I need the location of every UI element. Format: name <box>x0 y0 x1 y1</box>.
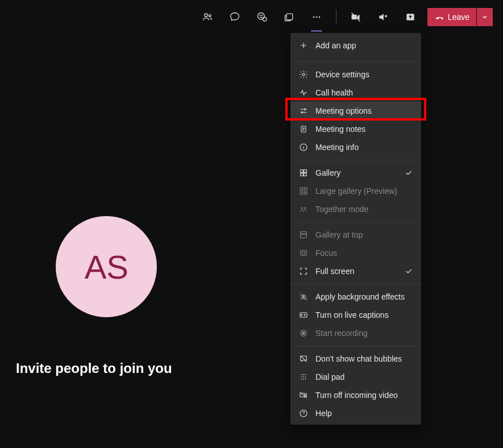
leave-caret-button[interactable] <box>477 8 493 26</box>
menu-meeting-options[interactable]: Meeting options <box>290 102 421 120</box>
avatar-initials: AS <box>85 248 128 286</box>
svg-point-22 <box>301 208 303 209</box>
leave-label: Leave <box>448 13 469 22</box>
svg-rect-24 <box>301 232 307 234</box>
svg-point-33 <box>301 374 302 375</box>
background-icon <box>298 292 309 301</box>
reactions-icon[interactable] <box>248 7 276 27</box>
menu-label: Add an app <box>315 41 356 50</box>
speaker-icon[interactable] <box>369 7 397 27</box>
menu-chat-bubbles[interactable]: Don't show chat bubbles <box>290 350 421 368</box>
more-actions-icon[interactable] <box>303 7 330 27</box>
menu-label: Full screen <box>315 267 354 276</box>
menu-separator <box>290 61 421 62</box>
svg-rect-27 <box>302 252 305 254</box>
invite-heading: Invite people to join you <box>16 360 172 376</box>
svg-point-0 <box>205 14 207 16</box>
menu-live-captions[interactable]: Turn on live captions <box>290 306 421 324</box>
fullscreen-icon <box>298 267 309 276</box>
menu-label: Gallery at top <box>315 230 363 239</box>
menu-help[interactable]: Help <box>290 404 421 422</box>
leave-button-group: Leave <box>427 8 493 26</box>
menu-label: Don't show chat bubbles <box>315 354 402 363</box>
menu-incoming-video[interactable]: Turn off incoming video <box>290 386 421 404</box>
menu-background-effects[interactable]: Apply background effects <box>290 288 421 306</box>
more-actions-menu: Add an app Device settings Call health M… <box>290 33 421 425</box>
svg-point-23 <box>304 208 306 209</box>
leave-button[interactable]: Leave <box>427 8 476 26</box>
menu-meeting-info[interactable]: Meeting info <box>290 138 421 156</box>
svg-point-13 <box>304 109 306 110</box>
menu-separator <box>290 284 421 284</box>
svg-point-1 <box>209 15 211 17</box>
menu-large-gallery: Large gallery (Preview) <box>290 182 421 200</box>
sliders-icon <box>298 106 309 115</box>
meeting-toolbar: Leave <box>194 7 493 27</box>
menu-start-recording: Start recording <box>290 324 421 342</box>
svg-point-34 <box>303 374 304 375</box>
svg-rect-26 <box>301 250 307 255</box>
meeting-stage: AS Invite people to join you <box>16 216 172 376</box>
record-icon <box>298 329 309 338</box>
menu-label: Large gallery (Preview) <box>315 186 397 196</box>
menu-full-screen[interactable]: Full screen <box>290 262 421 280</box>
svg-rect-25 <box>301 234 307 238</box>
svg-point-31 <box>302 332 305 335</box>
menu-label: Focus <box>315 248 337 258</box>
svg-rect-21 <box>300 188 307 194</box>
menu-label: Call health <box>315 88 353 97</box>
menu-label: Meeting info <box>315 143 359 152</box>
plus-icon <box>298 41 309 50</box>
share-screen-icon[interactable] <box>397 7 424 27</box>
svg-point-9 <box>319 16 321 18</box>
menu-label: Meeting options <box>315 106 372 115</box>
svg-rect-42 <box>300 393 305 397</box>
chat-off-icon <box>298 354 309 363</box>
together-icon <box>298 205 309 214</box>
svg-point-40 <box>303 379 304 380</box>
svg-point-8 <box>316 16 318 18</box>
menu-dial-pad[interactable]: Dial pad <box>290 368 421 386</box>
svg-point-36 <box>301 376 302 378</box>
toolbar-divider <box>336 10 336 24</box>
svg-point-4 <box>261 15 262 16</box>
check-icon <box>404 168 413 177</box>
info-icon <box>298 143 309 152</box>
svg-rect-19 <box>301 173 304 176</box>
chat-icon[interactable] <box>221 7 248 27</box>
menu-gallery[interactable]: Gallery <box>290 164 421 182</box>
svg-rect-17 <box>301 170 304 173</box>
menu-meeting-notes[interactable]: Meeting notes <box>290 120 421 138</box>
svg-point-3 <box>260 15 260 16</box>
menu-call-health[interactable]: Call health <box>290 84 421 102</box>
rooms-icon[interactable] <box>276 7 303 27</box>
help-icon <box>298 409 309 418</box>
menu-separator <box>290 346 421 346</box>
svg-point-35 <box>305 374 306 375</box>
svg-rect-20 <box>304 173 307 176</box>
svg-point-12 <box>302 73 305 76</box>
svg-point-14 <box>301 111 303 113</box>
menu-label: Turn on live captions <box>315 310 389 320</box>
svg-point-7 <box>313 16 315 18</box>
menu-label: Meeting notes <box>315 125 365 134</box>
notes-icon <box>298 125 309 134</box>
menu-label: Dial pad <box>315 372 344 381</box>
captions-icon <box>298 310 309 320</box>
focus-icon <box>298 248 309 258</box>
menu-separator <box>290 222 421 222</box>
svg-point-38 <box>305 376 306 378</box>
menu-device-settings[interactable]: Device settings <box>290 65 421 84</box>
check-icon <box>404 267 413 276</box>
menu-add-app[interactable]: Add an app <box>290 33 421 58</box>
menu-label: Device settings <box>315 70 369 79</box>
svg-point-41 <box>305 379 306 380</box>
menu-gallery-top: Gallery at top <box>290 226 421 244</box>
gear-icon <box>298 70 309 79</box>
menu-separator <box>290 160 421 160</box>
menu-label: Turn off incoming video <box>315 391 398 400</box>
svg-point-2 <box>257 13 264 20</box>
menu-label: Together mode <box>315 205 368 214</box>
participants-icon[interactable] <box>194 7 221 27</box>
camera-off-icon[interactable] <box>342 7 369 27</box>
